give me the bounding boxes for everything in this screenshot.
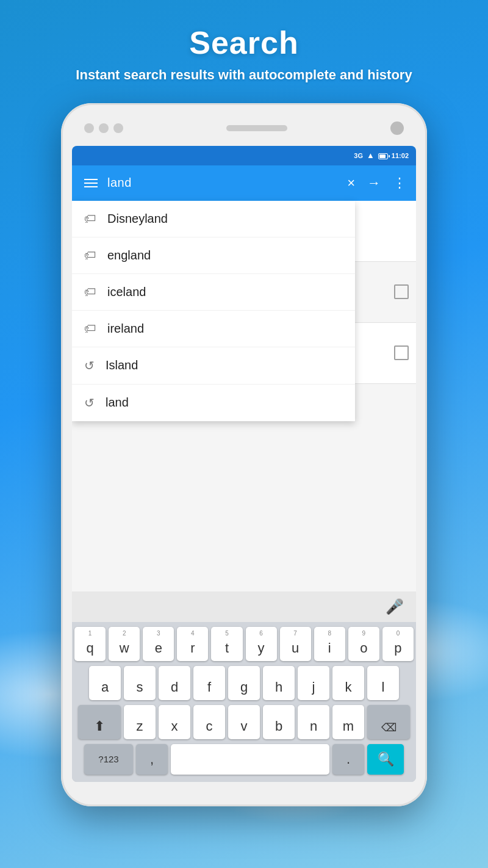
app-bar-actions: × → ⋮ bbox=[347, 175, 406, 191]
battery-icon bbox=[378, 151, 388, 160]
key-v[interactable]: v bbox=[228, 705, 260, 739]
keyboard-rows: 1q 2w 3e 4r 5t 6y 7u 8i 9o 0p a s d f bbox=[72, 622, 416, 782]
page-subtitle: Instant search results with autocomplete… bbox=[37, 66, 451, 85]
key-b[interactable]: b bbox=[263, 705, 295, 739]
autocomplete-label: ireland bbox=[107, 322, 144, 336]
history-icon: ↺ bbox=[84, 358, 95, 373]
keyboard-row-3: ⬆ z x c v b n m ⌫ bbox=[74, 705, 414, 739]
phone-dot bbox=[84, 123, 94, 133]
key-h[interactable]: h bbox=[263, 666, 295, 700]
more-options-icon[interactable]: ⋮ bbox=[393, 175, 406, 191]
clear-icon[interactable]: × bbox=[347, 175, 355, 191]
checkbox[interactable] bbox=[394, 284, 409, 299]
numeric-key[interactable]: ?123 bbox=[84, 744, 133, 775]
microphone-icon[interactable]: 🎤 bbox=[386, 598, 404, 615]
autocomplete-item-ireland[interactable]: 🏷 ireland bbox=[72, 311, 355, 347]
key-x[interactable]: x bbox=[159, 705, 190, 739]
checkbox[interactable] bbox=[394, 345, 409, 360]
history-icon: ↺ bbox=[84, 396, 95, 410]
keyboard-row-2: a s d f g h j k l bbox=[74, 666, 414, 700]
space-key[interactable] bbox=[171, 744, 329, 775]
key-k[interactable]: k bbox=[332, 666, 364, 700]
app-bar: land × → ⋮ bbox=[72, 165, 416, 201]
autocomplete-label: Island bbox=[106, 358, 138, 372]
phone-speaker bbox=[226, 125, 287, 131]
phone-camera bbox=[390, 121, 404, 135]
clock: 11:02 bbox=[392, 152, 409, 159]
autocomplete-item-england[interactable]: 🏷 england bbox=[72, 237, 355, 274]
key-s[interactable]: s bbox=[124, 666, 156, 700]
folder-icon: 🏷 bbox=[84, 285, 96, 299]
menu-button[interactable] bbox=[82, 176, 100, 190]
autocomplete-label: land bbox=[106, 396, 129, 410]
search-key[interactable]: 🔍 bbox=[367, 744, 404, 775]
folder-icon: 🏷 bbox=[84, 248, 96, 262]
delete-key[interactable]: ⌫ bbox=[367, 705, 410, 739]
phone-dot bbox=[113, 123, 123, 133]
key-e[interactable]: 3e bbox=[143, 627, 174, 661]
key-p[interactable]: 0p bbox=[382, 627, 414, 661]
key-z[interactable]: z bbox=[124, 705, 156, 739]
network-indicator: 3G bbox=[354, 152, 363, 159]
key-q[interactable]: 1q bbox=[74, 627, 106, 661]
phone-dots bbox=[84, 123, 123, 133]
phone-mockup: 3G ▲ 11:02 land × → ⋮ bbox=[61, 103, 427, 806]
key-i[interactable]: 8i bbox=[314, 627, 345, 661]
page-title: Search bbox=[37, 24, 451, 61]
keyboard: 🎤 1q 2w 3e 4r 5t 6y 7u 8i 9o 0p bbox=[72, 591, 416, 782]
key-j[interactable]: j bbox=[298, 666, 329, 700]
phone-top-bar bbox=[72, 121, 416, 146]
folder-icon: 🏷 bbox=[84, 212, 96, 226]
phone-dot bbox=[99, 123, 109, 133]
key-l[interactable]: l bbox=[367, 666, 399, 700]
autocomplete-label: iceland bbox=[107, 285, 146, 299]
key-y[interactable]: 6y bbox=[246, 627, 277, 661]
key-c[interactable]: c bbox=[193, 705, 225, 739]
key-w[interactable]: 2w bbox=[109, 627, 140, 661]
keyboard-row-1: 1q 2w 3e 4r 5t 6y 7u 8i 9o 0p bbox=[74, 627, 414, 661]
key-t[interactable]: 5t bbox=[211, 627, 242, 661]
key-n[interactable]: n bbox=[298, 705, 329, 739]
key-r[interactable]: 4r bbox=[177, 627, 208, 661]
folder-icon: 🏷 bbox=[84, 322, 96, 336]
key-d[interactable]: d bbox=[159, 666, 190, 700]
key-m[interactable]: m bbox=[332, 705, 364, 739]
key-f[interactable]: f bbox=[193, 666, 225, 700]
autocomplete-item-land[interactable]: ↺ land bbox=[72, 385, 355, 421]
autocomplete-label: england bbox=[107, 248, 151, 262]
search-input[interactable]: land bbox=[107, 176, 340, 190]
autocomplete-item-iceland[interactable]: 🏷 iceland bbox=[72, 274, 355, 311]
autocomplete-item-island[interactable]: ↺ Island bbox=[72, 347, 355, 385]
key-a[interactable]: a bbox=[89, 666, 121, 700]
keyboard-top-row: 🎤 bbox=[72, 591, 416, 622]
screen-content: 🏷 Disneyland 🏷 england 🏷 iceland 🏷 irela… bbox=[72, 201, 416, 591]
key-o[interactable]: 9o bbox=[348, 627, 379, 661]
key-g[interactable]: g bbox=[228, 666, 260, 700]
status-bar: 3G ▲ 11:02 bbox=[72, 146, 416, 165]
key-u[interactable]: 7u bbox=[280, 627, 311, 661]
go-icon[interactable]: → bbox=[367, 175, 381, 191]
autocomplete-dropdown: 🏷 Disneyland 🏷 england 🏷 iceland 🏷 irela… bbox=[72, 201, 355, 421]
phone-screen: 3G ▲ 11:02 land × → ⋮ bbox=[72, 146, 416, 782]
shift-key[interactable]: ⬆ bbox=[78, 705, 121, 739]
signal-icon: ▲ bbox=[367, 151, 375, 160]
comma-key[interactable]: , bbox=[136, 744, 168, 775]
autocomplete-item-disneyland[interactable]: 🏷 Disneyland bbox=[72, 201, 355, 237]
keyboard-bottom-row: ?123 , . 🔍 bbox=[74, 744, 414, 775]
autocomplete-label: Disneyland bbox=[107, 212, 168, 226]
period-key[interactable]: . bbox=[332, 744, 364, 775]
